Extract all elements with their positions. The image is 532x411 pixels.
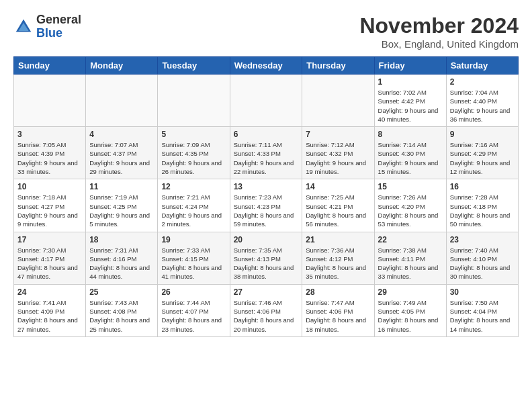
calendar-day-cell: 20Sunrise: 7:35 AM Sunset: 4:13 PM Dayli… (230, 232, 302, 284)
day-info: Sunrise: 7:31 AM Sunset: 4:16 PM Dayligh… (89, 246, 154, 281)
calendar-week-row: 10Sunrise: 7:18 AM Sunset: 4:27 PM Dayli… (14, 179, 519, 232)
calendar-table: SundayMondayTuesdayWednesdayThursdayFrid… (13, 56, 519, 337)
day-number: 11 (89, 182, 154, 191)
calendar-week-row: 3Sunrise: 7:05 AM Sunset: 4:39 PM Daylig… (14, 127, 519, 179)
day-info: Sunrise: 7:28 AM Sunset: 4:18 PM Dayligh… (450, 193, 515, 228)
calendar-header-row: SundayMondayTuesdayWednesdayThursdayFrid… (14, 57, 519, 75)
calendar-day-cell: 19Sunrise: 7:33 AM Sunset: 4:15 PM Dayli… (158, 232, 230, 284)
day-info: Sunrise: 7:40 AM Sunset: 4:10 PM Dayligh… (450, 246, 515, 281)
page-header: General Blue November 2024 Box, England,… (13, 13, 519, 50)
day-number: 7 (306, 130, 370, 139)
day-info: Sunrise: 7:30 AM Sunset: 4:17 PM Dayligh… (17, 246, 82, 281)
calendar-day-cell: 1Sunrise: 7:02 AM Sunset: 4:42 PM Daylig… (374, 75, 446, 127)
day-number: 27 (234, 287, 299, 297)
calendar-day-cell: 11Sunrise: 7:19 AM Sunset: 4:25 PM Dayli… (86, 179, 158, 232)
day-number: 30 (450, 287, 515, 297)
calendar-day-cell: 5Sunrise: 7:09 AM Sunset: 4:35 PM Daylig… (158, 127, 230, 179)
day-info: Sunrise: 7:43 AM Sunset: 4:08 PM Dayligh… (89, 298, 154, 334)
day-info: Sunrise: 7:47 AM Sunset: 4:06 PM Dayligh… (306, 298, 370, 334)
calendar-header-cell: Tuesday (158, 57, 230, 75)
day-number: 3 (17, 130, 82, 139)
location: Box, England, United Kingdom (359, 38, 519, 50)
day-number: 8 (378, 130, 443, 139)
day-info: Sunrise: 7:50 AM Sunset: 4:04 PM Dayligh… (450, 298, 515, 334)
day-info: Sunrise: 7:38 AM Sunset: 4:11 PM Dayligh… (378, 246, 443, 281)
day-info: Sunrise: 7:44 AM Sunset: 4:07 PM Dayligh… (161, 298, 226, 334)
day-number: 22 (378, 235, 443, 244)
calendar-header-cell: Sunday (14, 57, 86, 75)
calendar-day-cell: 15Sunrise: 7:26 AM Sunset: 4:20 PM Dayli… (374, 179, 446, 232)
calendar-day-cell: 2Sunrise: 7:04 AM Sunset: 4:40 PM Daylig… (446, 75, 518, 127)
calendar-day-cell (230, 75, 302, 127)
calendar-week-row: 1Sunrise: 7:02 AM Sunset: 4:42 PM Daylig… (14, 75, 519, 127)
calendar-body: 1Sunrise: 7:02 AM Sunset: 4:42 PM Daylig… (14, 75, 519, 337)
calendar-day-cell: 29Sunrise: 7:49 AM Sunset: 4:05 PM Dayli… (374, 284, 446, 336)
day-info: Sunrise: 7:11 AM Sunset: 4:33 PM Dayligh… (234, 140, 299, 176)
day-number: 6 (234, 130, 299, 139)
calendar-day-cell: 26Sunrise: 7:44 AM Sunset: 4:07 PM Dayli… (158, 284, 230, 336)
calendar-day-cell: 28Sunrise: 7:47 AM Sunset: 4:06 PM Dayli… (302, 284, 374, 336)
logo: General Blue (13, 13, 81, 40)
calendar-day-cell (158, 75, 230, 127)
calendar-header-cell: Monday (86, 57, 158, 75)
day-info: Sunrise: 7:21 AM Sunset: 4:24 PM Dayligh… (161, 193, 226, 228)
day-number: 20 (234, 235, 299, 244)
calendar-day-cell: 13Sunrise: 7:23 AM Sunset: 4:23 PM Dayli… (230, 179, 302, 232)
day-info: Sunrise: 7:07 AM Sunset: 4:37 PM Dayligh… (89, 140, 154, 176)
day-info: Sunrise: 7:05 AM Sunset: 4:39 PM Dayligh… (17, 140, 82, 176)
day-number: 5 (161, 130, 226, 139)
calendar-day-cell: 25Sunrise: 7:43 AM Sunset: 4:08 PM Dayli… (86, 284, 158, 336)
day-info: Sunrise: 7:04 AM Sunset: 4:40 PM Dayligh… (450, 88, 515, 124)
calendar-day-cell: 23Sunrise: 7:40 AM Sunset: 4:10 PM Dayli… (446, 232, 518, 284)
calendar-day-cell: 3Sunrise: 7:05 AM Sunset: 4:39 PM Daylig… (14, 127, 86, 179)
day-info: Sunrise: 7:36 AM Sunset: 4:12 PM Dayligh… (306, 246, 370, 281)
calendar-day-cell: 12Sunrise: 7:21 AM Sunset: 4:24 PM Dayli… (158, 179, 230, 232)
calendar-day-cell (14, 75, 86, 127)
day-number: 4 (89, 130, 154, 139)
calendar-day-cell: 8Sunrise: 7:14 AM Sunset: 4:30 PM Daylig… (374, 127, 446, 179)
day-number: 17 (17, 235, 82, 244)
day-number: 9 (450, 130, 515, 139)
day-info: Sunrise: 7:23 AM Sunset: 4:23 PM Dayligh… (234, 193, 299, 228)
calendar-day-cell: 10Sunrise: 7:18 AM Sunset: 4:27 PM Dayli… (14, 179, 86, 232)
day-info: Sunrise: 7:35 AM Sunset: 4:13 PM Dayligh… (234, 246, 299, 281)
logo-icon (13, 17, 34, 37)
day-number: 1 (378, 77, 443, 87)
day-number: 13 (234, 182, 299, 191)
day-info: Sunrise: 7:14 AM Sunset: 4:30 PM Dayligh… (378, 140, 443, 176)
day-info: Sunrise: 7:12 AM Sunset: 4:32 PM Dayligh… (306, 140, 370, 176)
logo-text: General Blue (36, 13, 81, 40)
month-title: November 2024 (359, 13, 519, 38)
day-info: Sunrise: 7:02 AM Sunset: 4:42 PM Dayligh… (378, 88, 443, 124)
day-number: 10 (17, 182, 82, 191)
day-number: 24 (17, 287, 82, 297)
calendar-header-cell: Friday (374, 57, 446, 75)
calendar-day-cell (302, 75, 374, 127)
calendar-day-cell: 6Sunrise: 7:11 AM Sunset: 4:33 PM Daylig… (230, 127, 302, 179)
calendar-day-cell: 14Sunrise: 7:25 AM Sunset: 4:21 PM Dayli… (302, 179, 374, 232)
calendar-header-cell: Saturday (446, 57, 518, 75)
day-info: Sunrise: 7:19 AM Sunset: 4:25 PM Dayligh… (89, 193, 154, 228)
calendar-header-cell: Thursday (302, 57, 374, 75)
day-info: Sunrise: 7:18 AM Sunset: 4:27 PM Dayligh… (17, 193, 82, 228)
calendar-day-cell: 16Sunrise: 7:28 AM Sunset: 4:18 PM Dayli… (446, 179, 518, 232)
calendar-day-cell: 24Sunrise: 7:41 AM Sunset: 4:09 PM Dayli… (14, 284, 86, 336)
day-number: 15 (378, 182, 443, 191)
day-number: 25 (89, 287, 154, 297)
day-info: Sunrise: 7:46 AM Sunset: 4:06 PM Dayligh… (234, 298, 299, 334)
day-number: 21 (306, 235, 370, 244)
day-info: Sunrise: 7:41 AM Sunset: 4:09 PM Dayligh… (17, 298, 82, 334)
day-info: Sunrise: 7:33 AM Sunset: 4:15 PM Dayligh… (161, 246, 226, 281)
calendar-day-cell: 9Sunrise: 7:16 AM Sunset: 4:29 PM Daylig… (446, 127, 518, 179)
calendar-day-cell: 22Sunrise: 7:38 AM Sunset: 4:11 PM Dayli… (374, 232, 446, 284)
day-number: 26 (161, 287, 226, 297)
calendar-day-cell: 30Sunrise: 7:50 AM Sunset: 4:04 PM Dayli… (446, 284, 518, 336)
calendar-week-row: 17Sunrise: 7:30 AM Sunset: 4:17 PM Dayli… (14, 232, 519, 284)
calendar-day-cell: 27Sunrise: 7:46 AM Sunset: 4:06 PM Dayli… (230, 284, 302, 336)
calendar-day-cell: 4Sunrise: 7:07 AM Sunset: 4:37 PM Daylig… (86, 127, 158, 179)
day-info: Sunrise: 7:26 AM Sunset: 4:20 PM Dayligh… (378, 193, 443, 228)
day-number: 16 (450, 182, 515, 191)
day-number: 14 (306, 182, 370, 191)
day-info: Sunrise: 7:25 AM Sunset: 4:21 PM Dayligh… (306, 193, 370, 228)
calendar-header-cell: Wednesday (230, 57, 302, 75)
